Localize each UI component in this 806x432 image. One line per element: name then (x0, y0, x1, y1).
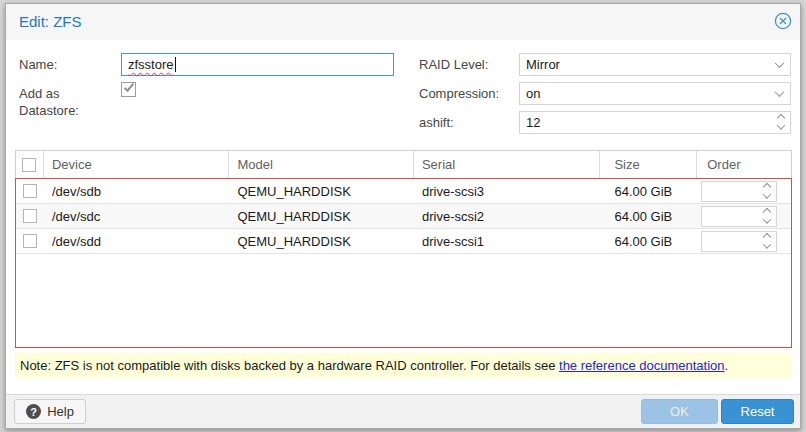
chevron-down-icon[interactable] (776, 83, 783, 104)
row-checkbox[interactable] (23, 184, 37, 198)
cell-serial: drive-scsi1 (414, 229, 601, 253)
order-spinner[interactable] (701, 206, 777, 227)
spinner-buttons[interactable] (778, 112, 784, 133)
compression-combobox[interactable]: on (519, 82, 791, 105)
spinner-buttons[interactable] (764, 207, 770, 226)
window-header: Edit: ZFS (6, 4, 800, 40)
name-label: Name: (19, 56, 57, 73)
table-row[interactable]: /dev/sdb QEMU_HARDDISK drive-scsi3 64.00… (16, 179, 791, 204)
ashift-spinner[interactable]: 12 (519, 111, 791, 134)
reset-button[interactable]: Reset (721, 399, 794, 424)
close-icon[interactable] (774, 12, 792, 30)
window-title: Edit: ZFS (19, 13, 82, 30)
cell-model: QEMU_HARDDISK (229, 204, 414, 228)
spinner-buttons[interactable] (764, 232, 770, 251)
reference-documentation-link[interactable]: the reference documentation (559, 358, 725, 373)
cell-size: 64.00 GiB (600, 204, 697, 228)
table-row[interactable]: /dev/sdd QEMU_HARDDISK drive-scsi1 64.00… (16, 229, 791, 254)
cell-model: QEMU_HARDDISK (229, 229, 414, 253)
order-spinner[interactable] (701, 181, 777, 202)
compression-label: Compression: (419, 85, 499, 102)
raid-level-label: RAID Level: (419, 56, 488, 73)
cell-serial: drive-scsi3 (414, 179, 601, 203)
cell-device: /dev/sdd (44, 229, 230, 253)
cell-device: /dev/sdc (44, 204, 230, 228)
disk-table-header: Device Model Serial Size Order (15, 150, 792, 178)
select-all-checkbox[interactable] (22, 158, 36, 172)
text-caret (175, 57, 176, 72)
zfs-warning-note: Note: ZFS is not compatible with disks b… (15, 353, 792, 378)
cell-serial: drive-scsi2 (414, 204, 601, 228)
column-header-device[interactable]: Device (44, 151, 230, 178)
spinner-down-icon (777, 121, 785, 129)
column-header-order[interactable]: Order (697, 151, 791, 178)
cell-model: QEMU_HARDDISK (229, 179, 414, 203)
select-all-cell (16, 151, 44, 178)
spinner-buttons[interactable] (764, 182, 770, 201)
checkmark-icon (124, 81, 134, 92)
add-datastore-label: Add as Datastore: (19, 85, 114, 119)
dialog-footer: ? Help OK Reset (6, 394, 800, 428)
name-input-value: zfsstore (128, 57, 174, 72)
disk-table-body: /dev/sdb QEMU_HARDDISK drive-scsi3 64.00… (15, 178, 792, 348)
help-button[interactable]: ? Help (14, 399, 86, 424)
column-header-size[interactable]: Size (600, 151, 697, 178)
order-spinner[interactable] (701, 231, 777, 252)
raid-level-combobox[interactable]: Mirror (519, 53, 791, 76)
table-row[interactable]: /dev/sdc QEMU_HARDDISK drive-scsi2 64.00… (16, 204, 791, 229)
row-checkbox[interactable] (23, 234, 37, 248)
name-input[interactable]: zfsstore (121, 53, 394, 76)
ashift-label: ashift: (419, 114, 454, 131)
help-icon: ? (26, 404, 41, 419)
cell-size: 64.00 GiB (600, 229, 697, 253)
edit-zfs-dialog: Edit: ZFS Name: zfsstore Add as Datastor… (5, 3, 801, 429)
add-datastore-checkbox[interactable] (121, 82, 136, 97)
column-header-serial[interactable]: Serial (414, 151, 600, 178)
chevron-down-icon[interactable] (776, 54, 783, 75)
row-checkbox[interactable] (23, 209, 37, 223)
cell-device: /dev/sdb (44, 179, 230, 203)
ok-button[interactable]: OK (641, 399, 718, 424)
cell-size: 64.00 GiB (600, 179, 697, 203)
desktop-background: Edit: ZFS Name: zfsstore Add as Datastor… (0, 0, 806, 432)
disk-table: Device Model Serial Size Order /dev/sdb … (15, 150, 792, 348)
column-header-model[interactable]: Model (229, 151, 414, 178)
